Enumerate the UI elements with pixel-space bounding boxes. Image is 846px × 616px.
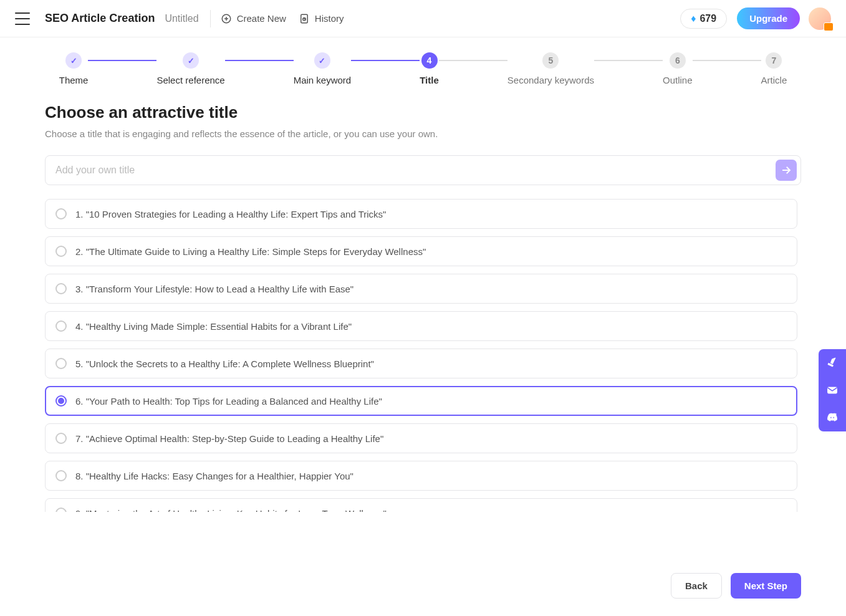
step-title[interactable]: 4 Title — [420, 52, 439, 85]
back-button[interactable]: Back — [671, 573, 722, 599]
radio[interactable] — [55, 208, 67, 219]
step-outline: 6 Outline — [663, 52, 693, 85]
step-theme[interactable]: ✓ Theme — [59, 52, 89, 85]
own-title-row — [45, 155, 801, 185]
discord-icon — [826, 411, 839, 424]
menu-icon[interactable] — [15, 12, 30, 25]
credits-pill[interactable]: ♦ 679 — [680, 9, 727, 29]
step-line — [693, 60, 761, 61]
radio[interactable] — [55, 470, 67, 481]
title-text: 5. "Unlock the Secrets to a Healthy Life… — [75, 359, 374, 369]
title-option[interactable]: 9. "Mastering the Art of Healthy Living:… — [45, 498, 797, 512]
mail-button[interactable] — [819, 377, 846, 404]
radio[interactable] — [55, 358, 67, 369]
create-new-label: Create New — [237, 13, 286, 24]
avatar[interactable] — [809, 7, 831, 30]
title-option[interactable]: 3. "Transform Your Lifestyle: How to Lea… — [45, 274, 797, 304]
step-article: 7 Article — [761, 52, 787, 85]
share-button[interactable] — [819, 349, 846, 377]
arrow-right-icon — [781, 165, 792, 176]
plus-circle-icon — [221, 13, 232, 24]
doc-title[interactable]: Untitled — [165, 13, 198, 24]
radio[interactable] — [55, 395, 67, 407]
history-label: History — [315, 13, 344, 24]
stepper: ✓ Theme ✓ Select reference ✓ Main keywor… — [0, 37, 846, 85]
next-step-button[interactable]: Next Step — [731, 573, 801, 599]
diamond-icon: ♦ — [691, 13, 696, 24]
step-line — [88, 60, 156, 61]
step-line — [439, 60, 507, 61]
radio[interactable] — [55, 508, 67, 512]
title-text: 8. "Healthy Life Hacks: Easy Changes for… — [75, 471, 353, 481]
title-option[interactable]: 2. "The Ultimate Guide to Living a Healt… — [45, 236, 797, 266]
side-actions — [819, 349, 846, 431]
divider — [210, 10, 211, 27]
radio[interactable] — [55, 433, 67, 444]
check-icon: ✓ — [70, 56, 77, 65]
title-text: 2. "The Ultimate Guide to Living a Healt… — [75, 246, 426, 257]
discord-button[interactable] — [819, 404, 846, 431]
step-line — [351, 60, 420, 61]
upgrade-button[interactable]: Upgrade — [737, 7, 800, 29]
radio[interactable] — [55, 320, 67, 332]
own-title-input[interactable] — [53, 160, 776, 181]
title-text: 7. "Achieve Optimal Health: Step-by-Step… — [75, 433, 383, 444]
step-line — [594, 60, 663, 61]
title-option[interactable]: 4. "Healthy Living Made Simple: Essentia… — [45, 311, 797, 341]
share-icon — [826, 357, 839, 369]
avatar-badge — [824, 22, 834, 31]
title-option[interactable]: 6. "Your Path to Health: Top Tips for Le… — [45, 386, 797, 416]
title-text: 4. "Healthy Living Made Simple: Essentia… — [75, 321, 352, 332]
title-text: 9. "Mastering the Art of Healthy Living:… — [75, 508, 387, 513]
title-list[interactable]: 1. "10 Proven Strategies for Leading a H… — [45, 199, 801, 512]
step-line — [225, 60, 294, 61]
mail-icon — [826, 384, 839, 397]
title-option[interactable]: 5. "Unlock the Secrets to a Healthy Life… — [45, 349, 797, 378]
history-button[interactable]: History — [299, 13, 344, 24]
radio[interactable] — [55, 246, 67, 257]
title-option[interactable]: 7. "Achieve Optimal Health: Step-by-Step… — [45, 423, 797, 453]
submit-title-button[interactable] — [776, 160, 797, 181]
title-text: 6. "Your Path to Health: Top Tips for Le… — [75, 396, 382, 407]
step-reference[interactable]: ✓ Select reference — [156, 52, 224, 85]
create-new-button[interactable]: Create New — [221, 13, 286, 24]
app-title: SEO Article Creation — [45, 12, 155, 25]
history-icon — [299, 13, 310, 24]
check-icon: ✓ — [188, 56, 195, 65]
main-content: Choose an attractive title Choose a titl… — [0, 85, 846, 512]
footer: Back Next Step — [0, 562, 846, 616]
title-text: 3. "Transform Your Lifestyle: How to Lea… — [75, 284, 353, 294]
credits-value: 679 — [699, 13, 716, 24]
header: SEO Article Creation Untitled Create New… — [0, 0, 846, 37]
radio[interactable] — [55, 283, 67, 294]
step-secondary: 5 Secondary keywords — [507, 52, 594, 85]
step-keyword[interactable]: ✓ Main keyword — [294, 52, 352, 85]
title-text: 1. "10 Proven Strategies for Leading a H… — [75, 209, 386, 219]
title-option[interactable]: 8. "Healthy Life Hacks: Easy Changes for… — [45, 461, 797, 491]
title-option[interactable]: 1. "10 Proven Strategies for Leading a H… — [45, 199, 797, 229]
page-subheading: Choose a title that is engaging and refl… — [45, 128, 801, 139]
page-heading: Choose an attractive title — [45, 103, 801, 122]
check-icon: ✓ — [319, 56, 325, 65]
